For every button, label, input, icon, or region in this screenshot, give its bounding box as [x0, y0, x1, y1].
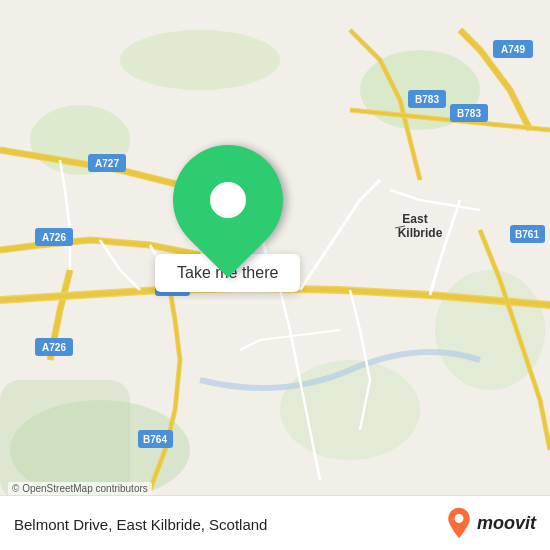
location-info: Belmont Drive, East Kilbride, Scotland: [14, 514, 267, 533]
map-copyright: © OpenStreetMap contributors: [8, 482, 152, 495]
cta-overlay[interactable]: Take me there: [155, 145, 300, 292]
moovit-logo: moovit: [445, 506, 536, 540]
svg-point-3: [120, 30, 280, 90]
moovit-pin-icon: [445, 506, 473, 540]
svg-text:Kilbride: Kilbride: [398, 226, 443, 240]
svg-text:B783: B783: [415, 94, 439, 105]
map-container: A749 A727 A726 A726 B783 B783 B761 B764 …: [0, 0, 550, 550]
svg-text:B783: B783: [457, 108, 481, 119]
pin-circle: [210, 182, 246, 218]
bottom-bar: Belmont Drive, East Kilbride, Scotland m…: [0, 495, 550, 550]
svg-text:B764: B764: [143, 434, 167, 445]
svg-text:A749: A749: [501, 44, 525, 55]
svg-text:A726: A726: [42, 232, 66, 243]
moovit-brand-text: moovit: [477, 513, 536, 534]
svg-text:A727: A727: [95, 158, 119, 169]
svg-text:East: East: [402, 212, 427, 226]
location-name: Belmont Drive, East Kilbride, Scotland: [14, 516, 267, 533]
svg-point-4: [280, 360, 420, 460]
svg-text:B761: B761: [515, 229, 539, 240]
svg-point-29: [455, 514, 464, 523]
svg-text:A726: A726: [42, 342, 66, 353]
